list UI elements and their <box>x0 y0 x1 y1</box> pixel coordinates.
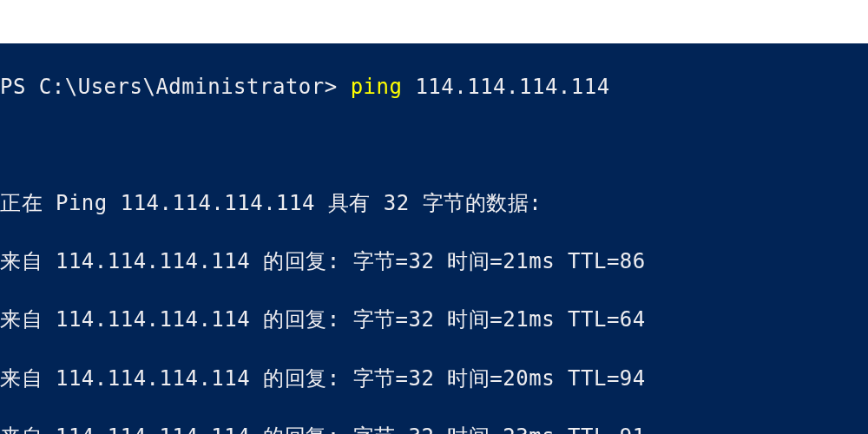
reply-line-4: 来自 114.114.114.114 的回复: 字节=32 时间=23ms TT… <box>0 423 868 434</box>
reply-line-1: 来自 114.114.114.114 的回复: 字节=32 时间=21ms TT… <box>0 247 868 277</box>
prompt-text: PS C:\Users\Administrator> <box>0 75 338 99</box>
ping-target: 114.114.114.114 <box>415 75 609 99</box>
prompt-line: PS C:\Users\Administrator> ping 114.114.… <box>0 73 868 102</box>
blank-line <box>0 131 868 161</box>
reply-line-3: 来自 114.114.114.114 的回复: 字节=32 时间=20ms TT… <box>0 365 868 394</box>
powershell-terminal[interactable]: PS C:\Users\Administrator> ping 114.114.… <box>0 43 868 434</box>
reply-line-2: 来自 114.114.114.114 的回复: 字节=32 时间=21ms TT… <box>0 306 868 335</box>
ping-command: ping <box>351 75 403 99</box>
pinging-line: 正在 Ping 114.114.114.114 具有 32 字节的数据: <box>0 189 868 219</box>
